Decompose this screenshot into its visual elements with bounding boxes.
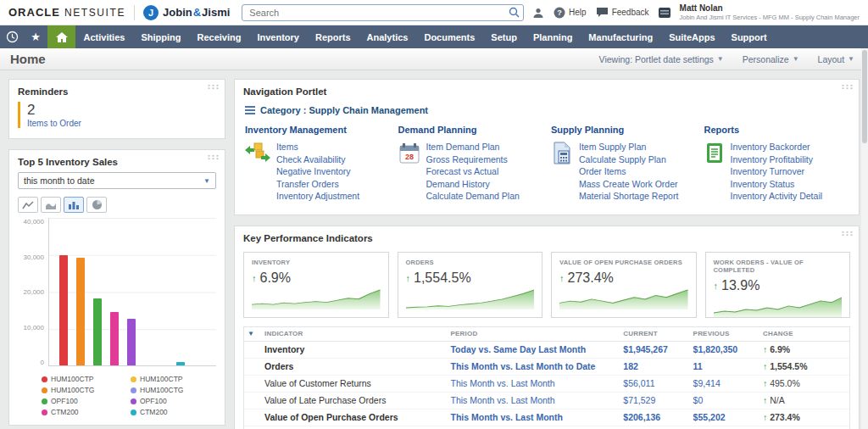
legend-item[interactable]: OPF100: [131, 397, 216, 405]
portlet-link[interactable]: Material Shortage Report: [579, 191, 678, 203]
kpi-previous-value[interactable]: 11: [693, 361, 763, 371]
portlet-link[interactable]: Inventory Activity Detail: [731, 191, 823, 203]
portlet-link[interactable]: Transfer Orders: [276, 179, 359, 191]
chart-bar[interactable]: [176, 362, 185, 365]
kpi-tile[interactable]: ORDERS↑1,554.5%: [398, 252, 543, 318]
kpi-table-row[interactable]: InventoryToday vs. Same Day Last Month$1…: [244, 342, 849, 358]
vertical-scrollbar[interactable]: [861, 48, 868, 429]
chart-bar[interactable]: [127, 319, 136, 365]
kpi-current-value[interactable]: $1,945,267: [623, 344, 693, 354]
chart-bar[interactable]: [93, 298, 102, 365]
portlet-link[interactable]: Gross Requirements: [426, 154, 520, 166]
portlet-link[interactable]: Inventory Turnover: [731, 166, 823, 178]
kpi-previous-value[interactable]: $1,820,350: [693, 344, 763, 354]
area-chart-button[interactable]: [41, 197, 61, 213]
portlet-link[interactable]: Check Availability: [276, 154, 359, 166]
portlet-link[interactable]: Inventory Backorder: [731, 142, 823, 153]
nav-item-suiteapps[interactable]: SuiteApps: [661, 25, 723, 48]
kpi-previous-value[interactable]: $55,202: [693, 412, 763, 422]
nav-item-analytics[interactable]: Analytics: [359, 25, 416, 48]
kpi-period-link[interactable]: This Month vs. Last Month: [450, 395, 623, 405]
nav-item-reports[interactable]: Reports: [307, 25, 359, 48]
feedback-button[interactable]: Feedback: [596, 7, 649, 18]
chart-bar[interactable]: [76, 258, 85, 365]
portlet-link[interactable]: Mass Create Work Order: [579, 179, 678, 191]
nav-item-planning[interactable]: Planning: [525, 25, 580, 48]
flag-icon[interactable]: [659, 8, 670, 18]
drag-handle-icon[interactable]: [207, 84, 220, 90]
portlet-link[interactable]: Negative Inventory: [276, 166, 359, 178]
legend-item[interactable]: HUM100CTG: [42, 386, 127, 394]
portlet-link[interactable]: Order Items: [579, 166, 678, 178]
user-menu[interactable]: Matt Nolan Jobin And Jismi IT Services -…: [680, 3, 860, 21]
search-input[interactable]: [242, 4, 524, 21]
reminder-link[interactable]: Items to Order: [27, 119, 216, 128]
nav-item-setup[interactable]: Setup: [483, 25, 526, 48]
pie-chart-button[interactable]: [86, 197, 107, 213]
oracle-netsuite-logo[interactable]: ORACLE NETSUITE: [8, 6, 125, 19]
kpi-period-link[interactable]: This Month vs. Last Month to Date: [450, 361, 623, 371]
portlet-link[interactable]: Forecast vs Actual: [426, 166, 520, 178]
legend-item[interactable]: HUM100CTP: [42, 375, 127, 383]
kpi-current-value[interactable]: $71,529: [623, 395, 693, 405]
layout-menu[interactable]: Layout ▼: [818, 54, 854, 64]
category-selector[interactable]: Category : Supply Chain Management: [245, 105, 849, 115]
kpi-table-row[interactable]: OrdersThis Month vs. Last Month to Date1…: [244, 358, 849, 375]
drag-handle-icon[interactable]: [841, 231, 854, 237]
drag-handle-icon[interactable]: [841, 84, 854, 90]
home-tab[interactable]: [47, 25, 75, 48]
col-previous[interactable]: PREVIOUS: [693, 330, 763, 337]
kpi-current-value[interactable]: $206,136: [623, 412, 693, 422]
legend-item[interactable]: HUM100CTG: [131, 386, 216, 394]
shortcuts-star-icon[interactable]: ★: [24, 25, 47, 48]
kpi-previous-value[interactable]: $9,414: [693, 378, 763, 388]
line-chart-button[interactable]: [18, 197, 38, 213]
date-range-select[interactable]: this month to date ▼: [18, 172, 216, 189]
nav-item-inventory[interactable]: Inventory: [249, 25, 308, 48]
portlet-link[interactable]: Inventory Status: [731, 179, 823, 191]
collapse-caret-icon[interactable]: ▼: [248, 330, 254, 337]
kpi-current-value[interactable]: 182: [623, 361, 693, 371]
legend-item[interactable]: OPF100: [42, 397, 127, 405]
nav-item-activities[interactable]: Activities: [75, 25, 133, 48]
recent-records-icon[interactable]: [0, 25, 24, 48]
portlet-link[interactable]: Items: [276, 142, 359, 153]
kpi-table-row[interactable]: Value of Late Purchase OrdersThis Month …: [244, 392, 849, 409]
nav-item-manufacturing[interactable]: Manufacturing: [581, 25, 661, 48]
chart-bar[interactable]: [59, 255, 68, 365]
legend-item[interactable]: HUM100CTP: [131, 375, 216, 383]
portlet-link[interactable]: Inventory Adjustment: [276, 191, 359, 203]
col-change[interactable]: CHANGE: [763, 330, 843, 337]
kpi-period-link[interactable]: This Month vs. Last Month: [450, 412, 623, 422]
kpi-tile[interactable]: WORK ORDERS - VALUE OF COMPLETED↑13.9%: [705, 252, 851, 318]
reminder-item[interactable]: 2 Items to Order: [18, 102, 216, 128]
nav-item-receiving[interactable]: Receiving: [189, 25, 249, 48]
scrollbar-thumb[interactable]: [862, 50, 867, 143]
col-current[interactable]: CURRENT: [623, 330, 693, 337]
col-period[interactable]: PERIOD: [450, 330, 623, 337]
kpi-tile[interactable]: INVENTORY↑6.9%: [243, 252, 389, 318]
kpi-tile[interactable]: VALUE OF OPEN PURCHASE ORDERS↑273.4%: [551, 252, 697, 318]
col-indicator[interactable]: INDICATOR: [264, 330, 450, 337]
kpi-table-row[interactable]: Value of Open Purchase OrdersThis Month …: [244, 409, 849, 426]
portlet-link[interactable]: Inventory Profitability: [731, 154, 823, 166]
chart-bar[interactable]: [110, 312, 119, 365]
portlet-link[interactable]: Demand History: [426, 179, 520, 191]
kpi-period-link[interactable]: This Month vs. Last Month: [450, 378, 623, 388]
portlet-link[interactable]: Item Demand Plan: [426, 142, 520, 153]
portlet-link[interactable]: Item Supply Plan: [579, 142, 678, 153]
kpi-table-row[interactable]: Value of Customer ReturnsThis Month vs. …: [244, 375, 849, 392]
kpi-period-link[interactable]: Today vs. Same Day Last Month: [450, 344, 623, 354]
personalize-menu[interactable]: Personalize ▼: [743, 54, 799, 64]
portlet-link[interactable]: Calculate Supply Plan: [579, 154, 678, 166]
nav-item-support[interactable]: Support: [723, 25, 775, 48]
kpi-previous-value[interactable]: $0: [693, 395, 763, 405]
bar-chart-button[interactable]: [64, 197, 84, 213]
viewing-portlet-date-settings[interactable]: Viewing: Portlet date settings ▼: [599, 54, 724, 64]
nav-item-documents[interactable]: Documents: [416, 25, 483, 48]
search-icon[interactable]: [509, 7, 520, 18]
help-button[interactable]: ? Help: [554, 7, 587, 19]
kpi-table-row[interactable]: Value of Shipping ChargesThis Month vs. …: [244, 426, 849, 429]
nav-item-shipping[interactable]: Shipping: [133, 25, 189, 48]
drag-handle-icon[interactable]: [207, 154, 220, 160]
